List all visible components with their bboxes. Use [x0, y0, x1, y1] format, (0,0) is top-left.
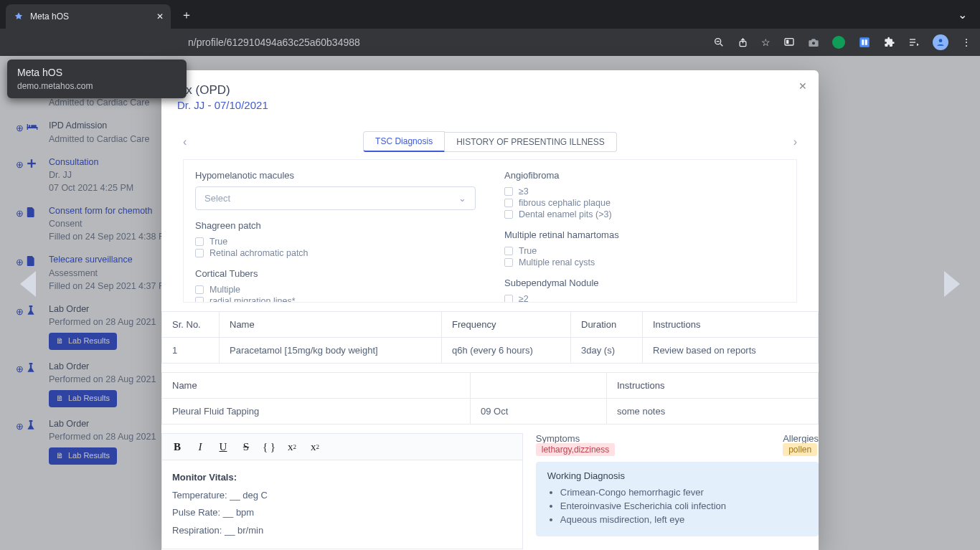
svg-rect-8: [862, 39, 864, 45]
url-text: n/profile/612910494a63c25a60b34988: [188, 37, 360, 48]
hypomelanotic-select[interactable]: Select ⌄: [195, 186, 476, 210]
browser-menu-icon[interactable]: ⋮: [961, 37, 971, 48]
svg-point-13: [939, 39, 943, 42]
tab-close-icon[interactable]: ✕: [156, 11, 164, 22]
svg-rect-4: [785, 39, 793, 45]
extensions-puzzle-icon[interactable]: [884, 37, 895, 48]
bold-button[interactable]: B: [168, 438, 187, 455]
svg-point-6: [812, 42, 815, 44]
tab-favicon: [13, 11, 24, 22]
svg-rect-9: [865, 39, 867, 45]
editor-content[interactable]: Monitor Vitals: Temperature: __ deg C Pu…: [162, 460, 522, 549]
zoom-icon[interactable]: [713, 37, 725, 48]
col-duration: Duration: [571, 312, 643, 338]
svg-line-1: [720, 44, 722, 46]
svg-rect-5: [786, 40, 788, 44]
editor-toolbar: B I U S { } x2 x2: [162, 434, 522, 460]
tab-history-presenting-illness[interactable]: HISTORY OF PRESENTING ILLNESS: [445, 132, 617, 152]
symptoms-label: Symptoms: [536, 433, 616, 444]
vitals-heading: Monitor Vitals:: [172, 472, 237, 483]
rx-modal: ✕ Rx (OPD) Dr. JJ - 07/10/2021 ‹ TSC Dia…: [161, 70, 819, 550]
close-icon[interactable]: ✕: [798, 80, 807, 92]
procedures-table: Name Instructions Pleural Fluid Tapping …: [161, 372, 819, 425]
tab-tsc-diagnosis[interactable]: TSC Diagnosis: [363, 131, 445, 152]
field-label: Subependymal Nodule: [504, 278, 785, 288]
checkbox-ge2[interactable]: ≥2: [504, 294, 785, 303]
strikethrough-button[interactable]: S: [237, 438, 255, 455]
vitals-line: Pulse Rate: __ bpm: [172, 507, 254, 518]
superscript-button[interactable]: x2: [283, 438, 301, 455]
underline-button[interactable]: U: [214, 438, 232, 455]
col-instructions: Instructions: [607, 373, 819, 399]
tabs-dropdown-icon[interactable]: ⌄: [958, 8, 967, 22]
vitals-line: Temperature: __ deg C: [172, 490, 268, 501]
working-diagnosis-card: Working Diagnosis Crimean-Congo hemorrha…: [536, 462, 819, 536]
allergies-label: Allergies: [783, 433, 819, 444]
code-block-button[interactable]: { }: [260, 438, 278, 455]
tooltip-subtitle: demo.metahos.com: [17, 81, 176, 91]
carousel-next-icon[interactable]: [944, 271, 960, 297]
subscript-button[interactable]: x2: [306, 438, 324, 455]
camera-icon[interactable]: [808, 37, 819, 47]
diagnosis-item: Enteroinvasive Escherichia coli infectio…: [560, 501, 807, 511]
tab-scroll-right-icon[interactable]: ›: [793, 136, 797, 148]
extension-green-icon[interactable]: [832, 36, 845, 49]
profile-avatar[interactable]: [933, 34, 948, 50]
checkbox-fibrous-plaque[interactable]: fibrous cephalic plaque: [504, 198, 785, 208]
field-label: Hypomelanotic macules: [195, 170, 476, 181]
checkbox-icon: [504, 210, 513, 219]
modal-subtitle: Dr. JJ - 07/10/2021: [177, 99, 803, 111]
col-name: Name: [162, 373, 471, 399]
field-label: Multiple retinal hamartomas: [504, 229, 785, 240]
checkbox-dental-enamel[interactable]: Dental enamel pits (>3): [504, 209, 785, 219]
field-label: Angiofibroma: [504, 170, 785, 181]
tab-title: Meta hOS: [30, 11, 151, 22]
tab-tooltip: Meta hOS demo.metahos.com: [7, 60, 187, 98]
symptoms-badge: lethargy,dizziness: [536, 443, 616, 456]
reader-icon[interactable]: [783, 37, 795, 48]
italic-button[interactable]: I: [191, 438, 209, 455]
checkbox-icon: [504, 247, 513, 255]
checkbox-ge3[interactable]: ≥3: [504, 186, 785, 196]
new-tab-button[interactable]: ＋: [181, 8, 192, 23]
checkbox-true[interactable]: True: [504, 246, 785, 256]
col-frequency: Frequency: [442, 312, 571, 338]
checkbox-true[interactable]: True: [195, 237, 476, 247]
checkbox-retinal-achromatic[interactable]: Retinal achromatic patch: [195, 248, 476, 258]
table-row: 1 Paracetamol [15mg/kg body weight] q6h …: [162, 338, 819, 364]
field-label: Shagreen patch: [195, 220, 476, 231]
carousel-prev-icon[interactable]: [20, 271, 36, 297]
col-srno: Sr. No.: [162, 312, 220, 338]
checkbox-multiple-renal-cysts[interactable]: Multiple renal cysts: [504, 257, 785, 267]
checkbox-icon: [195, 285, 204, 294]
modal-title: Rx (OPD): [177, 83, 803, 98]
col-instructions: Instructions: [643, 312, 819, 338]
checkbox-icon: [504, 258, 513, 267]
tab-scroll-left-icon[interactable]: ‹: [183, 136, 187, 148]
playlist-icon[interactable]: [908, 37, 920, 48]
checkbox-icon: [195, 297, 204, 303]
browser-tab-active[interactable]: Meta hOS ✕: [6, 4, 171, 29]
checkbox-icon: [195, 249, 204, 257]
chevron-down-icon: ⌄: [458, 193, 466, 204]
checkbox-multiple[interactable]: Multiple: [195, 285, 476, 295]
notes-editor: B I U S { } x2 x2 Monitor Vitals: Temper…: [161, 433, 523, 549]
extension-blue-icon[interactable]: [858, 36, 871, 49]
vitals-line: Respiration: __ br/min: [172, 525, 263, 536]
share-icon[interactable]: [738, 37, 748, 48]
checkbox-icon: [504, 295, 513, 303]
col-date: [471, 373, 607, 399]
col-name: Name: [220, 312, 442, 338]
checkbox-radial-migration[interactable]: radial migration lines*: [195, 296, 476, 303]
diagnosis-title: Working Diagnosis: [547, 470, 807, 481]
diagnosis-item: Aqueous misdirection, left eye: [560, 514, 807, 525]
browser-address-bar: n/profile/612910494a63c25a60b34988 ☆ ⋮ M…: [0, 29, 980, 56]
diagnosis-item: Crimean-Congo hemorrhagic fever: [560, 487, 807, 498]
bookmark-star-icon[interactable]: ☆: [761, 37, 771, 48]
prescription-table: Sr. No. Name Frequency Duration Instruct…: [161, 311, 819, 364]
field-label: Cortical Tubers: [195, 268, 476, 279]
select-placeholder: Select: [204, 193, 230, 204]
browser-tab-strip: Meta hOS ✕ ＋ ⌄: [0, 0, 980, 29]
allergies-badge: pollen: [783, 443, 817, 456]
checkbox-icon: [504, 199, 513, 207]
